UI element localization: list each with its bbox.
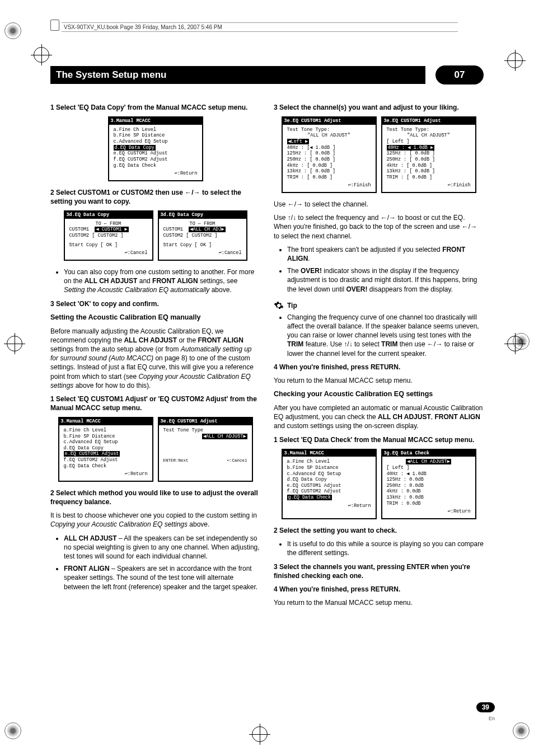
use-ud: Use ↑/↓ to select the frequency and ←/→ … [274, 213, 484, 241]
left-column: 1 Select 'EQ Data Copy' from the Manual … [50, 101, 260, 612]
text: and [137, 277, 152, 285]
step-r3: 3 Select the channel(s) you want and adj… [274, 103, 484, 112]
text: settings from the auto setup above (or f… [50, 345, 181, 353]
osd-line-highlight: d.EQ Data Copy [114, 145, 156, 151]
osd-row: TRIM : 0.0dB [387, 501, 471, 507]
osd-cell: CUSTOM2 [ [69, 233, 95, 238]
step-m1: 1 Select 'EQ CUSTOM1 Adjust' or 'EQ CUST… [50, 395, 260, 412]
text: The front speakers can't be adjusted if … [287, 246, 442, 253]
osd-line: f.EQ CUSTOM2 Adjust [287, 489, 371, 495]
osd-cell: CUSTOM1 [69, 227, 90, 232]
osd-line: d.EQ Data Copy [287, 477, 371, 483]
osd-title: 3.Manual MCACC [109, 118, 202, 125]
osd-header-row: TO ← FROM [69, 221, 148, 227]
osd-channel: [ Left ] [387, 465, 471, 471]
step-1: 1 Select 'EQ Data Copy' from the Manual … [50, 103, 260, 112]
osd-line: c.Advanced EQ Setup [64, 439, 148, 445]
step-c2: 2 Select the setting you want to check. [274, 526, 484, 535]
text-bold: ALL CH ADJUST [85, 277, 138, 285]
osd-line: f.EQ CUSTOM2 Adjust [64, 457, 148, 463]
step-c4-sub: You return to the Manual MCACC setup men… [274, 598, 484, 607]
tip-text: Changing the frequency curve of one chan… [287, 313, 484, 358]
text-bold: OVER! [301, 267, 322, 275]
crop-mark [4, 22, 21, 39]
text: The [287, 267, 301, 275]
osd-footer-left: ENTER:Next [163, 458, 189, 463]
osd-header-row: TO ← FROM [163, 221, 242, 227]
osd-line: e.EQ CUSTOM1 Adjust [287, 483, 371, 489]
text-bold: FRONT ALIGN [434, 413, 480, 421]
page-number: 39 [476, 702, 495, 712]
osd-title: 3.Manual MCACC [283, 450, 376, 457]
osd-channel: [ Left ] [387, 139, 471, 145]
osd-eq-adjust-a: 3e.EQ CUSTOM1 Adjust Test Tone Type: "AL… [282, 116, 377, 193]
osd-line: c.Advanced EQ Setup [287, 471, 371, 477]
osd-footer: ↩:Cancel [69, 250, 148, 256]
text: above. [188, 520, 209, 528]
text-bold: OVER! [346, 285, 367, 293]
tip-heading: Tip [274, 300, 484, 311]
heading-check-eq: Checking your Acoustic Calibration EQ se… [274, 389, 484, 399]
step-r4-sub: You return to the Manual MCACC setup men… [274, 376, 484, 385]
osd-line-highlight: e.EQ CUSTOM1 Adjust [64, 451, 120, 457]
osd-row-highlight: 40Hz : ◀ 1.0dB ▶ [387, 145, 435, 151]
osd-start-copy: Start Copy [ OK ] [69, 242, 148, 248]
osd-channel-highlight: ◀Left ▶ [287, 139, 310, 144]
osd-cell-highlight: ◀ALL CH ADJ▶ [189, 227, 225, 232]
bullet-copy-note: You can also copy from one custom settin… [64, 267, 260, 295]
text: Changing the frequency curve of one chan… [287, 313, 479, 339]
use-lr: Use ←/→ to select the channel. [274, 200, 484, 209]
step-2: 2 Select CUSTOM1 or CUSTOM2 then use ←/→… [50, 188, 260, 206]
osd-row: 4kHz : [ 0.0dB ] [287, 163, 371, 169]
osd-row: 13kHz : [ 0.0dB ] [387, 168, 471, 175]
header-strip-text: VSX-90TXV_KU.book Page 39 Friday, March … [64, 24, 222, 30]
osd-sub: Test Tone Type: [387, 127, 471, 133]
registration-mark [507, 336, 523, 351]
osd-sub: "ALL CH ADJUST" [387, 133, 471, 139]
osd-line: d.EQ Data Copy [64, 445, 148, 452]
text-bold: ALL CH ADJUST [124, 336, 177, 344]
osd-cell-highlight: ◀ CUSTOM1 ▶ [95, 227, 128, 232]
osd-line: g.EQ Data Check [64, 463, 148, 469]
text: and custom settings using the on-screen … [274, 422, 419, 430]
osd-row: 250Hz : [ 0.0dB ] [287, 157, 371, 163]
osd-footer: ↩:Return [64, 471, 148, 477]
para-manual-eq: Before manually adjusting the Acoustic C… [50, 327, 260, 390]
text: or the [177, 336, 198, 344]
registration-mark [252, 726, 268, 742]
step-m2: 2 Select which method you would like to … [50, 489, 260, 506]
text-bold: ALL CH ADJUST [64, 534, 117, 542]
osd-title: 3.Manual MCACC [59, 418, 152, 425]
osd-row: 250Hz : 0.0dB [387, 483, 471, 489]
osd-line: b.Fine SP Distance [64, 434, 148, 440]
step-3: 3 Select 'OK' to copy and confirm. [50, 299, 260, 308]
text: It is best to choose whichever one you c… [50, 511, 257, 519]
osd-row: 125Hz : [ 0.0dB ] [387, 151, 471, 157]
bullet-c2: It is useful to do this while a source i… [287, 539, 484, 557]
text-bold: ALL CH ADJUST [378, 413, 431, 421]
osd-custom1-adjust-type: 3e.EQ CUSTOM1 Adjust Test Tone Type ◀ALL… [158, 417, 253, 482]
text: settings, see [198, 277, 238, 285]
osd-sub: Test Tone Type: [287, 127, 371, 133]
step-c1: 1 Select 'EQ Data Check' from the Manual… [274, 435, 484, 444]
osd-row: 125Hz : 0.0dB [387, 477, 471, 483]
para-check: After you have completed an automatic or… [274, 403, 484, 431]
osd-title: 3d.EQ Data Copy [65, 212, 152, 219]
osd-eq-adjust-b: 3e.EQ CUSTOM1 Adjust Test Tone Type: "AL… [381, 116, 476, 193]
step-c4: 4 When you're finished, press RETURN. [274, 585, 484, 594]
para-m2: It is best to choose whichever one you c… [50, 511, 260, 529]
osd-row: 4kHz : 0.0dB [387, 489, 471, 495]
osd-label: Test Tone Type [163, 428, 247, 434]
osd-line: a.Fine Ch Level [287, 459, 371, 465]
tip-label: Tip [287, 301, 297, 310]
chapter-number: 07 [435, 65, 484, 84]
osd-footer: ↩:Return [287, 503, 371, 509]
osd-cell: CUSTOM1 [163, 227, 184, 232]
text-bold: FRONT ALIGN [198, 336, 243, 344]
osd-line: c.Advanced EQ Setup [114, 139, 198, 145]
chapter-title-bar: The System Setup menu 07 [50, 65, 484, 84]
osd-data-check: 3g.EQ Data Check ◀ALL CH ADJUST▶ [ Left … [381, 449, 476, 519]
osd-row: 13kHz : 0.0dB [387, 495, 471, 501]
step-r4: 4 When you're finished, press RETURN. [274, 363, 484, 372]
osd-data-copy-b: 3d.EQ Data Copy TO ← FROM CUSTOM1 ◀ALL C… [158, 210, 247, 261]
